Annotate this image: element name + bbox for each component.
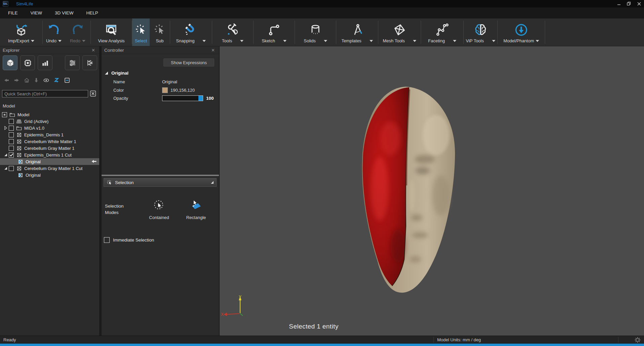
status-bar: Ready Model Units: mm / deg: [0, 336, 644, 344]
checkbox-empty[interactable]: [9, 119, 14, 124]
checkbox-empty[interactable]: [9, 166, 14, 171]
menu-3d-view[interactable]: 3D VIEW: [51, 8, 78, 17]
menu-view[interactable]: VIEW: [27, 8, 46, 17]
chevron-down-icon[interactable]: [240, 40, 243, 42]
undo-icon: [47, 23, 61, 37]
checkbox-empty[interactable]: [9, 126, 14, 131]
tree-row-epidermis[interactable]: Epidermis_Dermis 1: [0, 131, 99, 138]
chevron-down-icon[interactable]: [324, 40, 327, 42]
controller-close-icon[interactable]: ✕: [210, 47, 216, 53]
close-button[interactable]: [634, 0, 644, 7]
chevron-down-icon[interactable]: [82, 40, 85, 42]
tab-properties[interactable]: [65, 55, 80, 70]
faceting-icon: [435, 23, 449, 37]
imp-export-button[interactable]: Imp/Export: [0, 18, 42, 46]
mesh-tools-button[interactable]: Mesh Tools: [378, 18, 421, 46]
tree-row-cereb-gray-cut[interactable]: Cerebellum Gray Matter 1 Cut: [0, 165, 99, 172]
sub-select-button[interactable]: Sub: [150, 18, 170, 46]
tree-row-original-selected[interactable]: Original: [0, 158, 99, 165]
viewport-3d[interactable]: Y X Selected 1 entity: [220, 46, 644, 336]
checkbox-checked[interactable]: [9, 153, 14, 158]
select-button[interactable]: Select: [132, 18, 150, 46]
tree-row-mida[interactable]: MIDA v1.0: [0, 125, 99, 131]
tree-row-model[interactable]: Model: [0, 111, 99, 118]
chevron-down-icon[interactable]: [492, 40, 495, 42]
chevron-down-icon[interactable]: [202, 40, 206, 42]
tools-button[interactable]: Tools: [212, 18, 253, 46]
expander-expanded-icon[interactable]: [3, 167, 9, 170]
search-clear-icon[interactable]: [89, 90, 97, 97]
chevron-down-icon[interactable]: [413, 40, 416, 42]
explorer-close-icon[interactable]: ✕: [90, 47, 97, 53]
checkbox-empty[interactable]: [9, 146, 14, 151]
opacity-slider[interactable]: [162, 95, 203, 101]
chevron-down-icon[interactable]: [283, 40, 287, 42]
maximize-button[interactable]: [624, 0, 634, 7]
tab-simulation[interactable]: [20, 55, 35, 70]
color-value[interactable]: 190,156,120: [171, 88, 195, 93]
surface-icon: [16, 146, 22, 151]
model-phantom-button[interactable]: Model/Phantom: [498, 18, 545, 46]
faceting-button[interactable]: Faceting: [421, 18, 463, 46]
tab-analysis[interactable]: [38, 55, 52, 70]
selection-section-header[interactable]: Selection: [104, 178, 217, 187]
name-value[interactable]: Original: [162, 79, 177, 84]
menu-file[interactable]: FILE: [4, 8, 22, 17]
panel-splitter[interactable]: [99, 46, 102, 336]
head-model[interactable]: [340, 85, 468, 297]
tree-row-grid[interactable]: Grid (Active): [0, 118, 99, 125]
tab-hierarchy[interactable]: [82, 55, 97, 70]
tree-row-original-2[interactable]: Original: [0, 172, 99, 178]
show-expressions-button[interactable]: Show Expressions: [163, 58, 214, 67]
immediate-selection-checkbox[interactable]: [104, 237, 110, 243]
title-bar: S4L Sim4Life: [0, 0, 644, 7]
home-icon[interactable]: [24, 77, 30, 83]
visibility-icon[interactable]: [43, 77, 50, 83]
explorer-nav-row: [3, 76, 70, 85]
properties-group-header[interactable]: Original: [105, 71, 128, 76]
goto-icon[interactable]: [34, 77, 39, 83]
solids-button[interactable]: Solids: [295, 18, 336, 46]
horizontal-splitter[interactable]: [102, 175, 219, 176]
collapse-icon[interactable]: [211, 181, 214, 184]
opacity-slider-handle[interactable]: [198, 96, 203, 101]
axis-triad: Y X: [220, 294, 249, 322]
mode-rectangle-button[interactable]: Rectangle: [180, 198, 212, 220]
rectangle-mode-label: Rectangle: [180, 215, 212, 220]
chevron-down-icon[interactable]: [31, 40, 34, 42]
minimize-button[interactable]: [614, 0, 624, 7]
download-circle-icon: [514, 23, 528, 37]
vip-tools-button[interactable]: ViP Tools: [464, 18, 497, 46]
forward-icon[interactable]: [13, 77, 20, 83]
checkbox-empty[interactable]: [9, 132, 14, 137]
templates-button[interactable]: Templates: [336, 18, 378, 46]
mode-contained-button[interactable]: Contained: [143, 198, 175, 220]
snapping-button[interactable]: Snapping: [170, 18, 212, 46]
chevron-down-icon[interactable]: [58, 40, 62, 42]
tree-row-epidermis-cut[interactable]: Epidermis_Dermis 1 Cut: [0, 152, 99, 158]
collapse-all-icon[interactable]: [64, 77, 70, 83]
color-swatch[interactable]: [162, 87, 168, 93]
chevron-down-icon[interactable]: [370, 40, 373, 42]
selection-section-title: Selection: [115, 180, 134, 185]
chevron-down-icon[interactable]: [453, 40, 456, 42]
back-icon[interactable]: [3, 77, 10, 83]
search-input[interactable]: [2, 90, 88, 97]
chevron-down-icon[interactable]: [536, 40, 539, 42]
mesh-tools-label: Mesh Tools: [383, 38, 405, 43]
folder-icon: [16, 126, 22, 131]
view-analysis-button[interactable]: View Analysis: [91, 18, 132, 46]
grid-icon: [16, 119, 22, 124]
redo-button[interactable]: Redo: [65, 18, 90, 46]
expander-expanded-icon[interactable]: [3, 153, 9, 157]
checkbox-partial[interactable]: [2, 112, 7, 117]
undo-button[interactable]: Undo: [43, 18, 65, 46]
expander-collapsed-icon[interactable]: [3, 126, 9, 130]
sketch-button[interactable]: Sketch: [254, 18, 295, 46]
tab-model[interactable]: [3, 55, 17, 70]
checkbox-empty[interactable]: [9, 139, 14, 144]
menu-help[interactable]: HELP: [82, 8, 102, 17]
tree-row-cereb-gray[interactable]: Cerebellum Gray Matter 1: [0, 145, 99, 152]
zoom-to-selection-icon[interactable]: [53, 77, 60, 83]
tree-row-cereb-white[interactable]: Cerebellum White Matter 1: [0, 138, 99, 145]
